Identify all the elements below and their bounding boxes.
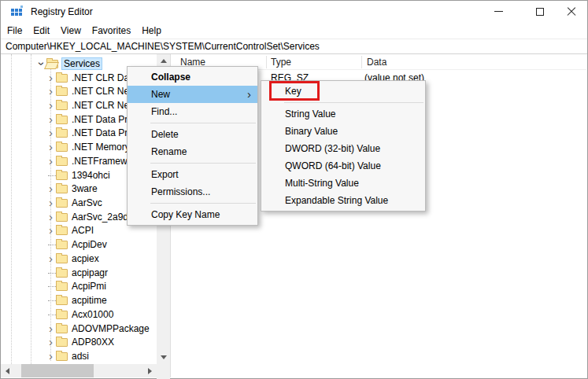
context-menu-item-find[interactable]: Find...	[128, 103, 257, 120]
address-bar[interactable]: Computer\HKEY_LOCAL_MACHINE\SYSTEM\Curre…	[1, 39, 587, 54]
tree-item[interactable]: ADP80XX	[1, 335, 157, 349]
context-menu-item-copy-key-name[interactable]: Copy Key Name	[128, 206, 257, 223]
folder-icon	[56, 116, 68, 124]
menu-favorites[interactable]: Favorites	[87, 24, 136, 38]
tree-item[interactable]: AcpiPmi	[1, 280, 157, 294]
folder-icon	[56, 352, 68, 361]
tree-item[interactable]: Acx01000	[1, 307, 157, 322]
chevron-collapsed-icon[interactable]	[46, 182, 56, 195]
tree-leaf-connector	[46, 238, 56, 251]
tree-horizontal-scrollbar[interactable]	[1, 364, 157, 377]
folder-icon	[56, 143, 68, 152]
scroll-right-button[interactable]	[143, 364, 157, 377]
folder-icon	[56, 296, 68, 305]
context-menu-item-new[interactable]: New›	[128, 86, 257, 103]
menu-edit[interactable]: Edit	[28, 24, 55, 38]
submenu-item-binary-value[interactable]: Binary Value	[261, 123, 425, 140]
chevron-collapsed-icon[interactable]	[46, 85, 56, 98]
column-header-data[interactable]: Data	[367, 57, 386, 68]
folder-icon	[56, 282, 68, 291]
minimize-icon	[494, 11, 503, 12]
chevron-collapsed-icon[interactable]	[46, 322, 56, 335]
column-header-type[interactable]: Type	[271, 57, 291, 68]
menu-separator	[284, 102, 423, 103]
tree-item[interactable]: acpiex	[1, 252, 157, 266]
chevron-collapsed-icon[interactable]	[46, 224, 56, 237]
submenu-item-expandable-string-value[interactable]: Expandable String Value	[261, 192, 425, 209]
scroll-down-button[interactable]	[157, 351, 170, 364]
folder-icon	[56, 171, 68, 180]
tree-leaf-connector	[46, 169, 56, 182]
chevron-collapsed-icon[interactable]	[46, 336, 56, 348]
context-menu-item-export[interactable]: Export	[128, 166, 257, 183]
context-menu-item-collapse[interactable]: Collapse	[128, 68, 257, 86]
chevron-collapsed-icon[interactable]	[46, 72, 56, 84]
registry-editor-window: Registry Editor File Edit View Favorites…	[0, 0, 588, 379]
submenu-arrow-icon: ›	[247, 86, 251, 102]
context-menu-item-rename[interactable]: Rename	[128, 143, 257, 160]
folder-icon	[56, 87, 68, 96]
menu-separator	[150, 203, 256, 204]
chevron-collapsed-icon[interactable]	[46, 113, 56, 126]
folder-icon	[56, 185, 68, 193]
menu-help[interactable]: Help	[136, 24, 167, 38]
title-bar: Registry Editor	[1, 1, 587, 22]
menu-file[interactable]: File	[2, 24, 28, 38]
chevron-collapsed-icon[interactable]	[46, 252, 56, 265]
scroll-left-button[interactable]	[1, 364, 14, 377]
folder-icon	[56, 226, 68, 235]
column-divider[interactable]	[266, 56, 267, 68]
close-icon	[567, 7, 576, 17]
menu-bar: File Edit View Favorites Help	[1, 22, 587, 39]
menu-separator	[150, 163, 256, 164]
folder-icon	[56, 338, 68, 347]
maximize-icon	[536, 8, 544, 16]
submenu-item-dword-value[interactable]: DWORD (32-bit) Value	[261, 140, 425, 157]
tree-leaf-connector	[46, 280, 56, 293]
tree-leaf-connector	[46, 294, 56, 307]
tree-item[interactable]: AcpiDev	[1, 237, 157, 252]
tree-item[interactable]: adsi	[1, 349, 157, 363]
folder-icon	[56, 255, 68, 263]
annotation-highlight-box	[269, 81, 320, 101]
column-divider[interactable]	[361, 56, 362, 68]
folder-icon	[56, 311, 68, 319]
folder-icon	[56, 199, 68, 208]
submenu-item-multi-string-value[interactable]: Multi-String Value	[261, 175, 425, 192]
menu-view[interactable]: View	[55, 24, 87, 38]
window-title: Registry Editor	[31, 6, 93, 17]
context-menu-item-delete[interactable]: Delete	[128, 126, 257, 143]
chevron-collapsed-icon[interactable]	[46, 350, 56, 362]
arrow-up-icon	[161, 59, 167, 63]
chevron-collapsed-icon[interactable]	[46, 141, 56, 153]
tree-item[interactable]: ACPI	[1, 224, 157, 238]
arrow-left-icon	[6, 368, 9, 374]
context-menu: Collapse New› Find... Delete Rename Expo…	[127, 66, 258, 226]
chevron-collapsed-icon[interactable]	[46, 99, 56, 112]
chevron-collapsed-icon[interactable]	[46, 211, 56, 223]
menu-separator	[150, 123, 256, 123]
submenu-item-qword-value[interactable]: QWORD (64-bit) Value	[261, 157, 425, 175]
chevron-collapsed-icon[interactable]	[46, 155, 56, 167]
tree-item[interactable]: acpipagr	[1, 266, 157, 280]
address-path: Computer\HKEY_LOCAL_MACHINE\SYSTEM\Curre…	[6, 41, 320, 52]
folder-icon	[56, 269, 68, 278]
chevron-collapsed-icon[interactable]	[46, 197, 56, 209]
horizontal-scroll-thumb[interactable]	[21, 364, 94, 377]
context-menu-item-permissions[interactable]: Permissions...	[128, 183, 257, 201]
registry-editor-icon	[11, 6, 24, 17]
tree-leaf-connector	[46, 308, 56, 321]
arrow-down-icon	[161, 355, 167, 359]
chevron-collapsed-icon[interactable]	[46, 127, 56, 139]
tree-item[interactable]: acpitime	[1, 293, 157, 307]
folder-icon	[56, 74, 68, 83]
folder-icon	[56, 157, 68, 166]
folder-icon	[56, 129, 68, 138]
scrollbar-corner	[157, 364, 170, 379]
submenu-item-string-value[interactable]: String Value	[261, 105, 425, 123]
folder-icon	[56, 241, 68, 249]
tree-item[interactable]: ADOVMPPackage	[1, 322, 157, 336]
minimize-button[interactable]	[480, 1, 516, 22]
folder-icon	[56, 101, 68, 110]
close-button[interactable]	[553, 1, 588, 22]
